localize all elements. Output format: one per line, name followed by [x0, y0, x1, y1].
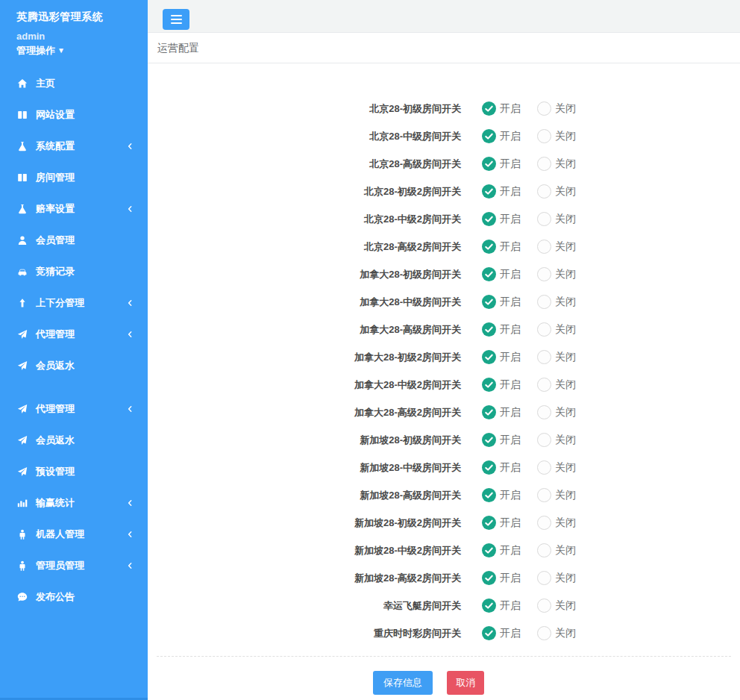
radio-option-off[interactable]: 关闭 [537, 267, 576, 281]
radio-on-check-icon [482, 240, 496, 254]
radio-option-on[interactable]: 开启 [482, 350, 521, 364]
sidebar-item-comment[interactable]: 发布公告 [0, 581, 148, 613]
radio-option-on[interactable]: 开启 [482, 571, 521, 585]
sidebar-item-paper-plane[interactable]: 会员返水 [0, 425, 148, 456]
radio-option-on[interactable]: 开启 [482, 240, 521, 254]
main-area: 运营配置 北京28-初级房间开关 开启 关闭 北京28-中级房间开关 [148, 0, 740, 700]
radio-option-off[interactable]: 关闭 [537, 322, 576, 337]
radio-option-on[interactable]: 开启 [482, 129, 521, 143]
radio-option-off[interactable]: 关闭 [537, 378, 576, 392]
form-row: 加拿大28-初级2房间开关 开启 关闭 [148, 343, 740, 371]
radio-option-off[interactable]: 关闭 [537, 488, 576, 502]
save-button[interactable]: 保存信息 [373, 671, 433, 695]
radio-off-icon [537, 626, 551, 640]
radio-option-off[interactable]: 关闭 [537, 543, 576, 557]
sidebar-toggle-button[interactable] [163, 9, 189, 30]
switch-label: 北京28-中级2房间开关 [148, 213, 461, 226]
radio-option-off[interactable]: 关闭 [537, 157, 576, 171]
radio-option-off[interactable]: 关闭 [537, 599, 576, 613]
sidebar-item-columns[interactable]: 网站设置 [0, 99, 148, 131]
radio-option-off[interactable]: 关闭 [537, 433, 576, 447]
form-row: 加拿大28-中级2房间开关 开启 关闭 [148, 371, 740, 399]
form-row: 加拿大28-高级房间开关 开启 关闭 [148, 316, 740, 343]
radio-option-on[interactable]: 开启 [482, 157, 521, 171]
sidebar-item-label: 会员管理 [36, 234, 75, 247]
radio-option-off[interactable]: 关闭 [537, 240, 576, 254]
radio-option-off[interactable]: 关闭 [537, 350, 576, 364]
cancel-button[interactable]: 取消 [447, 671, 484, 695]
sidebar-item-arrow-up[interactable]: 上下分管理 [0, 287, 148, 319]
radio-option-on[interactable]: 开启 [482, 405, 521, 419]
radio-on-check-icon [482, 378, 496, 392]
switch-label: 北京28-高级2房间开关 [148, 240, 461, 254]
radio-option-on[interactable]: 开启 [482, 460, 521, 475]
radio-off-icon [537, 599, 551, 613]
arrow-up-icon [16, 298, 28, 309]
radio-option-on[interactable]: 开启 [482, 322, 521, 337]
radio-option-off[interactable]: 关闭 [537, 460, 576, 475]
sidebar-item-bar-chart[interactable]: 输赢统计 [0, 487, 148, 519]
user-menu-trigger[interactable]: 管理操作▼ [16, 44, 148, 57]
switch-label: 加拿大28-初级房间开关 [148, 268, 461, 281]
form-row: 北京28-初级房间开关 开启 关闭 [148, 95, 740, 122]
sidebar-item-flask[interactable]: 赔率设置 [0, 193, 148, 225]
form-row: 新加坡28-中级房间开关 开启 关闭 [148, 454, 740, 481]
radio-option-off[interactable]: 关闭 [537, 405, 576, 419]
radio-option-on[interactable]: 开启 [482, 543, 521, 557]
radio-option-on[interactable]: 开启 [482, 295, 521, 309]
radio-group: 开启 关闭 [482, 543, 576, 557]
radio-group: 开启 关闭 [482, 157, 576, 171]
sidebar-item-label: 会员返水 [36, 434, 75, 447]
radio-option-on[interactable]: 开启 [482, 599, 521, 613]
radio-group: 开启 关闭 [482, 571, 576, 585]
radio-option-on[interactable]: 开启 [482, 184, 521, 199]
comment-icon [16, 592, 28, 603]
sidebar-item-label: 预设管理 [36, 465, 75, 478]
radio-option-on[interactable]: 开启 [482, 488, 521, 502]
sidebar-item-paper-plane[interactable]: 会员返水 [0, 350, 148, 381]
form-row: 加拿大28-高级2房间开关 开启 关闭 [148, 399, 740, 426]
radio-on-check-icon [482, 405, 496, 419]
sidebar-item-car[interactable]: 竞猜记录 [0, 256, 148, 287]
sidebar-nav: 主页 网站设置 系统配置 房间管理 赔率设置 会员管理 竞猜记录 [0, 68, 148, 613]
radio-group: 开启 关闭 [482, 516, 576, 530]
sidebar-item-label: 代理管理 [36, 328, 75, 341]
form-row: 重庆时时彩房间开关 开启 关闭 [148, 619, 740, 647]
form-row: 新加坡28-初级房间开关 开启 关闭 [148, 426, 740, 454]
sidebar-item-paper-plane[interactable]: 代理管理 [0, 319, 148, 350]
sidebar-item-person[interactable]: 机器人管理 [0, 519, 148, 550]
radio-option-off[interactable]: 关闭 [537, 516, 576, 530]
sidebar-item-paper-plane[interactable]: 代理管理 [0, 393, 148, 425]
radio-option-on[interactable]: 开启 [482, 626, 521, 640]
radio-option-off[interactable]: 关闭 [537, 295, 576, 309]
sidebar-item-person[interactable]: 管理员管理 [0, 550, 148, 581]
form-row: 新加坡28-高级2房间开关 开启 关闭 [148, 564, 740, 592]
sidebar-item-home[interactable]: 主页 [0, 68, 148, 99]
radio-group: 开启 关闭 [482, 460, 576, 475]
radio-option-off[interactable]: 关闭 [537, 626, 576, 640]
form-row: 新加坡28-初级2房间开关 开启 关闭 [148, 509, 740, 537]
nav-spacer [0, 381, 148, 393]
switch-label: 加拿大28-高级房间开关 [148, 323, 461, 337]
sidebar-item-user[interactable]: 会员管理 [0, 225, 148, 256]
paper-plane-icon [16, 466, 28, 478]
radio-option-on[interactable]: 开启 [482, 516, 521, 530]
radio-option-on[interactable]: 开启 [482, 267, 521, 281]
radio-option-off[interactable]: 关闭 [537, 101, 576, 116]
radio-off-icon [537, 212, 551, 226]
radio-option-on[interactable]: 开启 [482, 378, 521, 392]
radio-option-off[interactable]: 关闭 [537, 212, 576, 226]
radio-option-on[interactable]: 开启 [482, 212, 521, 226]
radio-option-off[interactable]: 关闭 [537, 571, 576, 585]
topbar [148, 0, 740, 33]
sidebar-item-columns[interactable]: 房间管理 [0, 162, 148, 193]
sidebar-item-flask[interactable]: 系统配置 [0, 131, 148, 162]
radio-option-on[interactable]: 开启 [482, 101, 521, 116]
switch-label: 加拿大28-高级2房间开关 [148, 406, 461, 419]
paper-plane-icon [16, 435, 28, 446]
radio-option-off[interactable]: 关闭 [537, 129, 576, 143]
radio-option-off[interactable]: 关闭 [537, 184, 576, 199]
radio-off-icon [537, 129, 551, 143]
radio-option-on[interactable]: 开启 [482, 433, 521, 447]
sidebar-item-paper-plane[interactable]: 预设管理 [0, 456, 148, 487]
